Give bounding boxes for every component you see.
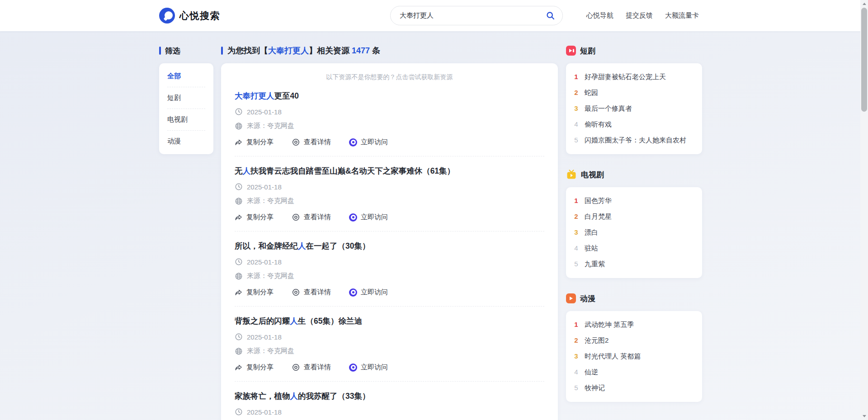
results-card: 以下资源不是你想要的？点击尝试获取新资源 大奉打更人更至40 2025-01-1… <box>221 63 558 420</box>
view-detail-label: 查看详情 <box>304 363 331 372</box>
copy-share-button[interactable]: 复制分享 <box>235 138 274 146</box>
result-source: 来源：夸克网盘 <box>247 347 294 355</box>
share-icon <box>235 138 243 146</box>
search-input[interactable] <box>400 12 544 19</box>
result-title[interactable]: 无人扶我青云志我自踏雪至山巅&名动天下之家事难休（61集） <box>235 165 544 177</box>
eye-icon <box>292 363 300 372</box>
visit-now-button[interactable]: 立即访问 <box>349 363 388 372</box>
view-detail-button[interactable]: 查看详情 <box>292 213 331 222</box>
ranking-item[interactable]: 4偷听有戏 <box>574 117 694 132</box>
copy-share-button[interactable]: 复制分享 <box>235 288 274 297</box>
result-date-row: 2025-01-18 <box>235 408 544 416</box>
ranking-item[interactable]: 5九重紫 <box>574 256 694 272</box>
ranking-item[interactable]: 3最后一个修真者 <box>574 101 694 117</box>
result-source-row: 来源：夸克网盘 <box>235 272 544 280</box>
ranking-item[interactable]: 3漂白 <box>574 225 694 241</box>
ranking-item-title: 武动乾坤 第五季 <box>585 321 634 329</box>
scrollbar-thumb[interactable] <box>861 8 867 112</box>
filter-item[interactable]: 电视剧 <box>167 109 205 131</box>
visit-now-button[interactable]: 立即访问 <box>349 288 388 297</box>
filter-item[interactable]: 动漫 <box>167 131 205 152</box>
copy-share-button[interactable]: 复制分享 <box>235 213 274 222</box>
logo[interactable]: 心悦搜索 <box>159 8 220 24</box>
result-title-part: 所以，和金牌经纪 <box>235 241 298 250</box>
ranking-section-label: 电视剧 <box>581 170 604 180</box>
ranking-section-label: 动漫 <box>580 293 595 304</box>
ranking-item-title: 好孕甜妻被钻石老公宠上天 <box>585 73 666 81</box>
ranking-item-number: 4 <box>574 120 579 128</box>
filter-item[interactable]: 短剧 <box>167 87 205 109</box>
result-item: 大奉打更人更至40 2025-01-18 来源：夸克网盘 复制分享 <box>235 81 544 156</box>
result-list: 大奉打更人更至40 2025-01-18 来源：夸克网盘 复制分享 <box>235 81 544 420</box>
view-detail-label: 查看详情 <box>304 138 331 146</box>
clock-icon <box>235 183 243 191</box>
ranking-item[interactable]: 1国色芳华 <box>574 193 694 209</box>
ranking-item[interactable]: 2沧元图2 <box>574 333 694 349</box>
ranking-item-title: 驻站 <box>585 244 598 253</box>
ranking-item[interactable]: 3时光代理人 英都篇 <box>574 349 694 364</box>
result-item: 无人扶我青云志我自踏雪至山巅&名动天下之家事难休（61集） 2025-01-18… <box>235 156 544 231</box>
result-title-part: 无 <box>235 166 243 175</box>
result-title[interactable]: 大奉打更人更至40 <box>235 90 544 102</box>
eye-icon <box>292 288 300 297</box>
ranking-item[interactable]: 4驻站 <box>574 241 694 256</box>
visit-now-button[interactable]: 立即访问 <box>349 213 388 222</box>
visit-target-icon <box>349 363 357 372</box>
filter-card: 全部短剧电视剧动漫 <box>159 63 213 154</box>
result-date-row: 2025-01-18 <box>235 333 544 341</box>
ranking-item-number: 2 <box>574 89 579 96</box>
ranking-section-title: 电视剧 <box>566 168 702 181</box>
filter-item[interactable]: 全部 <box>167 66 205 87</box>
visit-now-button[interactable]: 立即访问 <box>349 138 388 146</box>
clock-icon <box>235 258 243 266</box>
share-icon <box>235 213 243 222</box>
ranking-item-number: 5 <box>574 384 579 392</box>
result-title-part: 扶我青云志我自踏雪至山巅&名动天下之家事难休（61集） <box>250 166 455 175</box>
ranking-item-number: 3 <box>574 352 579 360</box>
ranking-item-title: 蛇园 <box>585 89 598 97</box>
result-date-row: 2025-01-18 <box>235 108 544 116</box>
accent-bar <box>159 47 161 55</box>
globe-icon <box>235 122 243 130</box>
ranking-item[interactable]: 1好孕甜妻被钻石老公宠上天 <box>574 69 694 85</box>
video-icon <box>566 46 576 56</box>
view-detail-label: 查看详情 <box>304 213 331 222</box>
copy-share-button[interactable]: 复制分享 <box>235 363 274 372</box>
ranking-item[interactable]: 1武动乾坤 第五季 <box>574 317 694 333</box>
result-title[interactable]: 所以，和金牌经纪人在一起了（30集） <box>235 240 544 252</box>
ranking-item-number: 5 <box>574 260 579 268</box>
result-source-row: 来源：夸克网盘 <box>235 122 544 130</box>
ranking-item[interactable]: 4仙逆 <box>574 364 694 380</box>
anime-icon <box>566 293 576 303</box>
filter-title: 筛选 <box>159 44 213 57</box>
refresh-hint-link[interactable]: 以下资源不是你想要的？点击尝试获取新资源 <box>235 73 544 81</box>
filter-sidebar: 筛选 全部短剧电视剧动漫 <box>159 44 213 154</box>
result-source: 来源：夸克网盘 <box>247 272 294 280</box>
result-title-part: 人 <box>298 241 306 250</box>
ranking-item-title: 牧神记 <box>585 384 605 392</box>
nav-link-liuliangka[interactable]: 大额流量卡 <box>665 11 699 20</box>
results-heading: 为您找到【大奉打更人】相关资源 1477 条 <box>221 44 558 57</box>
ranking-item[interactable]: 2白月梵星 <box>574 209 694 225</box>
result-title[interactable]: 家族将亡，植物人的我苏醒了（33集） <box>235 390 544 402</box>
visit-now-label: 立即访问 <box>361 213 388 222</box>
view-detail-button[interactable]: 查看详情 <box>292 363 331 372</box>
search-button[interactable] <box>544 10 556 22</box>
ranking-item[interactable]: 5牧神记 <box>574 380 694 396</box>
view-detail-button[interactable]: 查看详情 <box>292 138 331 146</box>
clock-icon <box>235 108 243 116</box>
result-actions: 复制分享 查看详情 立即访问 <box>235 288 544 297</box>
view-detail-button[interactable]: 查看详情 <box>292 288 331 297</box>
scrollbar-up-button[interactable] <box>860 0 868 8</box>
visit-now-label: 立即访问 <box>361 138 388 146</box>
nav-link-daohang[interactable]: 心悦导航 <box>586 11 613 20</box>
nav-link-fankui[interactable]: 提交反馈 <box>626 11 653 20</box>
visit-target-icon <box>349 138 357 146</box>
scrollbar-down-button[interactable] <box>860 412 868 420</box>
copy-share-label: 复制分享 <box>246 213 274 222</box>
ranking-item[interactable]: 2蛇园 <box>574 85 694 101</box>
result-date-row: 2025-01-18 <box>235 258 544 266</box>
ranking-item[interactable]: 5闪婚京圈太子爷：夫人她来自农村 <box>574 132 694 148</box>
view-detail-label: 查看详情 <box>304 288 331 297</box>
result-title[interactable]: 背叛之后的闪耀人生（65集）徐兰迪 <box>235 315 544 327</box>
